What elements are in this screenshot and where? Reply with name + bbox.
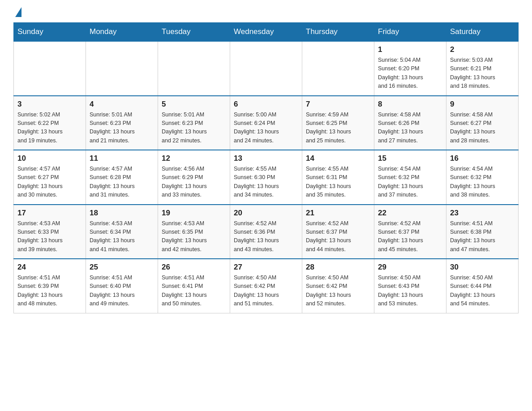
day-number: 21 (306, 209, 370, 218)
day-number: 24 (17, 263, 82, 272)
day-info: Sunrise: 4:50 AMSunset: 6:42 PMDaylight:… (234, 274, 298, 308)
day-number: 26 (162, 263, 226, 272)
day-info: Sunrise: 4:51 AMSunset: 6:38 PMDaylight:… (450, 219, 515, 254)
calendar-cell: 2Sunrise: 5:03 AMSunset: 6:21 PMDaylight… (446, 41, 519, 96)
day-info: Sunrise: 4:58 AMSunset: 6:27 PMDaylight:… (450, 111, 515, 146)
day-info: Sunrise: 4:50 AMSunset: 6:44 PMDaylight:… (450, 274, 515, 308)
weekday-monday: Monday (86, 23, 158, 42)
calendar-cell: 10Sunrise: 4:57 AMSunset: 6:27 PMDayligh… (14, 150, 86, 205)
day-info: Sunrise: 4:53 AMSunset: 6:35 PMDaylight:… (162, 219, 226, 254)
calendar-cell: 29Sunrise: 4:50 AMSunset: 6:43 PMDayligh… (374, 259, 446, 313)
calendar-cell: 28Sunrise: 4:50 AMSunset: 6:42 PMDayligh… (302, 259, 374, 313)
day-number: 6 (234, 100, 298, 109)
day-number: 13 (234, 154, 298, 163)
weekday-thursday: Thursday (302, 23, 374, 42)
day-info: Sunrise: 4:54 AMSunset: 6:32 PMDaylight:… (378, 165, 442, 200)
day-number: 29 (378, 263, 442, 272)
day-number: 8 (378, 100, 442, 109)
calendar-cell (302, 41, 374, 96)
day-number: 18 (90, 209, 154, 218)
day-info: Sunrise: 5:01 AMSunset: 6:23 PMDaylight:… (162, 111, 226, 146)
day-number: 28 (306, 263, 370, 272)
weekday-friday: Friday (374, 23, 446, 42)
calendar-week-2: 3Sunrise: 5:02 AMSunset: 6:22 PMDaylight… (14, 96, 519, 150)
day-info: Sunrise: 4:51 AMSunset: 6:39 PMDaylight:… (17, 274, 82, 308)
day-number: 7 (306, 100, 370, 109)
day-info: Sunrise: 4:55 AMSunset: 6:30 PMDaylight:… (234, 165, 298, 200)
day-number: 1 (378, 45, 442, 54)
day-number: 17 (17, 209, 82, 218)
day-number: 5 (162, 100, 226, 109)
day-number: 20 (234, 209, 298, 218)
calendar-cell: 1Sunrise: 5:04 AMSunset: 6:20 PMDaylight… (374, 41, 446, 96)
calendar-cell (14, 41, 86, 96)
day-info: Sunrise: 4:52 AMSunset: 6:36 PMDaylight:… (234, 219, 298, 254)
calendar-cell: 9Sunrise: 4:58 AMSunset: 6:27 PMDaylight… (446, 96, 519, 150)
day-info: Sunrise: 4:51 AMSunset: 6:41 PMDaylight:… (162, 274, 226, 308)
day-info: Sunrise: 4:57 AMSunset: 6:28 PMDaylight:… (90, 165, 154, 200)
calendar-cell: 22Sunrise: 4:52 AMSunset: 6:37 PMDayligh… (374, 205, 446, 259)
calendar-cell: 6Sunrise: 5:00 AMSunset: 6:24 PMDaylight… (230, 96, 302, 150)
day-number: 22 (378, 209, 442, 218)
calendar-cell (230, 41, 302, 96)
calendar-cell: 19Sunrise: 4:53 AMSunset: 6:35 PMDayligh… (158, 205, 230, 259)
calendar-week-1: 1Sunrise: 5:04 AMSunset: 6:20 PMDaylight… (14, 41, 519, 96)
calendar-body: 1Sunrise: 5:04 AMSunset: 6:20 PMDaylight… (14, 41, 519, 313)
day-info: Sunrise: 4:52 AMSunset: 6:37 PMDaylight:… (378, 219, 442, 254)
calendar-cell: 15Sunrise: 4:54 AMSunset: 6:32 PMDayligh… (374, 150, 446, 205)
calendar-cell: 23Sunrise: 4:51 AMSunset: 6:38 PMDayligh… (446, 205, 519, 259)
day-number: 16 (450, 154, 515, 163)
day-info: Sunrise: 5:04 AMSunset: 6:20 PMDaylight:… (378, 56, 442, 91)
calendar-cell: 20Sunrise: 4:52 AMSunset: 6:36 PMDayligh… (230, 205, 302, 259)
calendar-cell: 3Sunrise: 5:02 AMSunset: 6:22 PMDaylight… (14, 96, 86, 150)
calendar-cell: 4Sunrise: 5:01 AMSunset: 6:23 PMDaylight… (86, 96, 158, 150)
day-info: Sunrise: 4:54 AMSunset: 6:32 PMDaylight:… (450, 165, 515, 200)
day-number: 10 (17, 154, 82, 163)
calendar-cell: 5Sunrise: 5:01 AMSunset: 6:23 PMDaylight… (158, 96, 230, 150)
day-info: Sunrise: 4:50 AMSunset: 6:43 PMDaylight:… (378, 274, 442, 308)
weekday-wednesday: Wednesday (230, 23, 302, 42)
day-number: 19 (162, 209, 226, 218)
day-number: 3 (17, 100, 82, 109)
day-info: Sunrise: 4:51 AMSunset: 6:40 PMDaylight:… (90, 274, 154, 308)
calendar-cell (86, 41, 158, 96)
calendar-cell: 25Sunrise: 4:51 AMSunset: 6:40 PMDayligh… (86, 259, 158, 313)
day-number: 14 (306, 154, 370, 163)
day-number: 4 (90, 100, 154, 109)
day-info: Sunrise: 4:56 AMSunset: 6:29 PMDaylight:… (162, 165, 226, 200)
calendar-cell: 16Sunrise: 4:54 AMSunset: 6:32 PMDayligh… (446, 150, 519, 205)
calendar-cell: 24Sunrise: 4:51 AMSunset: 6:39 PMDayligh… (14, 259, 86, 313)
day-info: Sunrise: 5:02 AMSunset: 6:22 PMDaylight:… (17, 111, 82, 146)
logo (13, 9, 21, 17)
calendar-cell: 18Sunrise: 4:53 AMSunset: 6:34 PMDayligh… (86, 205, 158, 259)
calendar-cell: 13Sunrise: 4:55 AMSunset: 6:30 PMDayligh… (230, 150, 302, 205)
day-info: Sunrise: 4:58 AMSunset: 6:26 PMDaylight:… (378, 111, 442, 146)
calendar-cell: 12Sunrise: 4:56 AMSunset: 6:29 PMDayligh… (158, 150, 230, 205)
page-header (13, 9, 519, 17)
weekday-saturday: Saturday (446, 23, 519, 42)
calendar-week-5: 24Sunrise: 4:51 AMSunset: 6:39 PMDayligh… (14, 259, 519, 313)
calendar-cell: 8Sunrise: 4:58 AMSunset: 6:26 PMDaylight… (374, 96, 446, 150)
day-info: Sunrise: 5:00 AMSunset: 6:24 PMDaylight:… (234, 111, 298, 146)
weekday-sunday: Sunday (14, 23, 86, 42)
weekday-tuesday: Tuesday (158, 23, 230, 42)
day-info: Sunrise: 4:55 AMSunset: 6:31 PMDaylight:… (306, 165, 370, 200)
day-number: 15 (378, 154, 442, 163)
day-info: Sunrise: 4:53 AMSunset: 6:34 PMDaylight:… (90, 219, 154, 254)
day-info: Sunrise: 5:03 AMSunset: 6:21 PMDaylight:… (450, 56, 515, 91)
day-number: 9 (450, 100, 515, 109)
day-number: 27 (234, 263, 298, 272)
day-number: 23 (450, 209, 515, 218)
day-info: Sunrise: 4:57 AMSunset: 6:27 PMDaylight:… (17, 165, 82, 200)
calendar-cell: 26Sunrise: 4:51 AMSunset: 6:41 PMDayligh… (158, 259, 230, 313)
calendar-cell: 11Sunrise: 4:57 AMSunset: 6:28 PMDayligh… (86, 150, 158, 205)
day-info: Sunrise: 4:53 AMSunset: 6:33 PMDaylight:… (17, 219, 82, 254)
day-number: 25 (90, 263, 154, 272)
day-info: Sunrise: 5:01 AMSunset: 6:23 PMDaylight:… (90, 111, 154, 146)
calendar-week-4: 17Sunrise: 4:53 AMSunset: 6:33 PMDayligh… (14, 205, 519, 259)
day-number: 2 (450, 45, 515, 54)
calendar-cell: 21Sunrise: 4:52 AMSunset: 6:37 PMDayligh… (302, 205, 374, 259)
calendar-cell (158, 41, 230, 96)
day-number: 30 (450, 263, 515, 272)
calendar-cell: 17Sunrise: 4:53 AMSunset: 6:33 PMDayligh… (14, 205, 86, 259)
